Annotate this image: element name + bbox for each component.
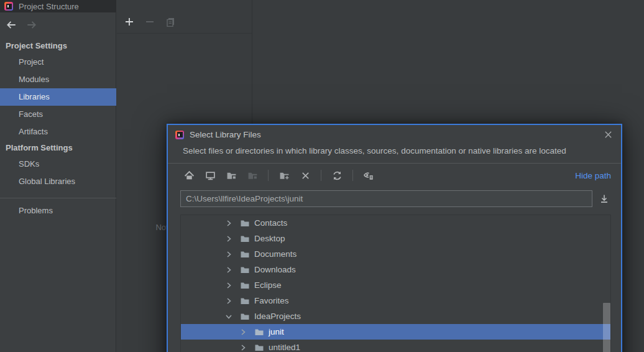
intellij-dialog-icon	[175, 131, 184, 139]
dialog-subtitle: Select files or directories in which lib…	[168, 144, 621, 164]
sidebar-item-sdks[interactable]: SDKs	[0, 155, 116, 173]
copy-icon[interactable]	[164, 16, 177, 28]
toolbar-separator	[352, 170, 353, 181]
close-icon[interactable]	[602, 129, 614, 141]
window-title: Project Structure	[19, 2, 79, 11]
tree-item-label: Favorites	[254, 296, 289, 305]
toolbar-separator	[268, 170, 269, 181]
sidebar-item-artifacts[interactable]: Artifacts	[0, 123, 116, 141]
project-directory-icon[interactable]	[224, 168, 239, 183]
sidebar-item-project[interactable]: Project	[0, 53, 116, 71]
file-chooser-toolbar: Hide path	[168, 164, 621, 187]
settings-nav-menu: Project SettingsProjectModulesLibrariesF…	[0, 39, 116, 220]
sidebar-item-problems[interactable]: Problems	[0, 202, 116, 220]
remove-icon[interactable]	[144, 16, 156, 28]
sidebar-item-libraries[interactable]: Libraries	[0, 88, 116, 106]
tree-item-label: junit	[269, 327, 284, 336]
tree-item-eclipse[interactable]: Eclipse	[181, 277, 610, 293]
refresh-icon[interactable]	[329, 168, 344, 183]
chevron-right-icon[interactable]	[238, 327, 248, 337]
chevron-right-icon[interactable]	[224, 265, 234, 275]
tree-item-label: Desktop	[254, 234, 285, 243]
file-tree: ContactsDesktopDocumentsDownloadsEclipse…	[180, 215, 611, 352]
tree-item-label: IdeaProjects	[254, 312, 301, 321]
chevron-right-icon[interactable]	[224, 296, 234, 306]
folder-icon	[240, 280, 250, 290]
hide-path-link[interactable]: Hide path	[575, 171, 621, 180]
home-icon[interactable]	[182, 168, 196, 183]
chevron-down-icon[interactable]	[224, 312, 234, 322]
tree-item-contacts[interactable]: Contacts	[181, 215, 610, 231]
select-library-files-dialog: Select Library Files Select files or dir…	[167, 124, 622, 352]
folder-icon	[254, 343, 264, 352]
show-hidden-files-icon[interactable]	[361, 168, 376, 183]
sidebar-separator	[0, 198, 116, 198]
project-structure-sidebar: Project Structure Project SettingsProjec…	[0, 0, 116, 352]
folder-icon	[240, 234, 250, 244]
tree-item-label: Eclipse	[254, 280, 282, 290]
sidebar-header-platform-settings: Platform Settings	[0, 141, 116, 155]
sidebar-item-global-libraries[interactable]: Global Libraries	[0, 173, 116, 190]
sidebar-item-modules[interactable]: Modules	[0, 71, 116, 88]
tree-item-downloads[interactable]: Downloads	[181, 262, 610, 277]
chevron-right-icon[interactable]	[224, 249, 234, 259]
path-row	[168, 187, 621, 213]
chevron-right-icon[interactable]	[238, 343, 248, 352]
intellij-app-icon	[4, 2, 13, 11]
module-directory-icon[interactable]	[245, 168, 260, 183]
tree-item-junit[interactable]: junit	[181, 324, 610, 340]
back-icon[interactable]	[5, 19, 17, 31]
window-titlebar: Project Structure	[0, 0, 116, 12]
chevron-right-icon[interactable]	[224, 280, 234, 290]
path-input[interactable]	[180, 190, 592, 207]
chevron-right-icon[interactable]	[224, 218, 234, 228]
tree-scrollbar-thumb[interactable]	[603, 303, 610, 352]
delete-icon[interactable]	[298, 168, 313, 183]
tree-item-favorites[interactable]: Favorites	[181, 293, 610, 308]
tree-item-untitled1[interactable]: untitled1	[181, 340, 610, 352]
collapse-to-path-icon[interactable]	[596, 192, 612, 206]
folder-icon	[240, 218, 250, 228]
folder-icon	[254, 327, 264, 337]
folder-icon	[240, 312, 250, 322]
dialog-title: Select Library Files	[190, 130, 261, 139]
libraries-toolbar	[117, 0, 252, 34]
new-folder-icon[interactable]	[277, 168, 292, 183]
folder-icon	[240, 249, 250, 259]
sidebar-item-facets[interactable]: Facets	[0, 106, 116, 123]
sidebar-header-project-settings: Project Settings	[0, 39, 116, 53]
chevron-right-icon[interactable]	[224, 234, 234, 244]
forward-icon[interactable]	[25, 19, 38, 31]
tree-item-desktop[interactable]: Desktop	[181, 231, 610, 246]
folder-icon	[240, 265, 250, 275]
toolbar-separator	[321, 170, 321, 181]
tree-item-label: Documents	[254, 249, 297, 259]
tree-item-label: Contacts	[254, 218, 287, 228]
tree-item-label: Downloads	[254, 265, 296, 274]
add-icon[interactable]	[123, 16, 136, 28]
dialog-titlebar: Select Library Files	[168, 125, 621, 144]
tree-item-label: untitled1	[269, 343, 300, 352]
tree-item-documents[interactable]: Documents	[181, 246, 610, 262]
desktop-icon[interactable]	[203, 168, 218, 183]
folder-icon	[240, 296, 250, 306]
tree-item-ideaprojects[interactable]: IdeaProjects	[181, 308, 610, 324]
